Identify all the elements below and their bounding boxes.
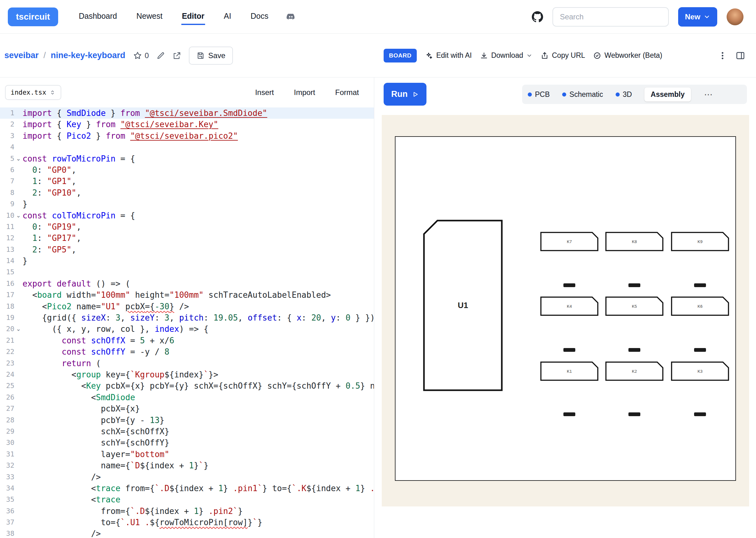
code-line-7[interactable]: 7 1: "GP1", [0,176,374,187]
key-k3[interactable]: K3 [671,361,729,381]
tabs-more-button[interactable]: ⋯ [704,89,713,100]
view-tab-schematic[interactable]: Schematic [562,90,603,99]
diode-d9[interactable] [694,412,706,416]
code-line-15[interactable]: 15 [0,266,374,278]
editor-menu-insert[interactable]: Insert [255,88,274,97]
code-line-2[interactable]: 2import { Key } from "@tsci/seveibar.Key… [0,119,374,130]
key-k7[interactable]: K7 [540,232,599,251]
rename-button[interactable] [156,51,165,60]
code-line-30[interactable]: 30 schY={schOffY} [0,437,374,448]
share-button[interactable] [173,51,181,60]
copy-url-button[interactable]: Copy URL [541,51,585,60]
code-line-27[interactable]: 27 pcbX={x} [0,403,374,414]
code-line-8[interactable]: 8 2: "GP10", [0,187,374,198]
key-k1[interactable]: K1 [540,361,599,381]
diode-d3[interactable] [694,283,706,287]
discord-icon[interactable] [286,12,296,22]
code-line-3[interactable]: 3import { Pico2 } from "@tsci/seveibar.p… [0,130,374,141]
view-tab-3d[interactable]: 3D [615,90,632,99]
search-input[interactable] [552,7,669,27]
code-line-13[interactable]: 13 2: "GP5", [0,244,374,255]
diode-d7[interactable] [563,412,575,416]
view-tab-pcb[interactable]: PCB [528,90,550,99]
fold-arrow-icon[interactable]: ⌄ [14,210,23,221]
code-line-22[interactable]: 22 const schOffY = -y / 8 [0,346,374,357]
star-button[interactable]: 0 [133,51,149,60]
code-line-12[interactable]: 12 1: "GP17", [0,233,374,244]
code-line-19[interactable]: 19 {grid({ sizeX: 3, sizeY: 3, pitch: 19… [0,312,374,323]
code-line-20[interactable]: 20⌄ ({ x, y, row, col }, index) => { [0,323,374,335]
code-line-25[interactable]: 25 <Key pcbX={x} pcbY={y} schX={schOffX}… [0,380,374,392]
fold-arrow-icon[interactable]: ⌄ [14,153,23,164]
file-tab[interactable]: index.tsx [5,85,61,100]
breadcrumb-owner[interactable]: seveibar [4,51,39,60]
diode-d8[interactable] [628,412,640,416]
more-menu-button[interactable] [718,51,727,60]
breadcrumb-project[interactable]: nine-key-keyboard [51,51,125,60]
fold-gutter [14,278,23,289]
editor-menu-format[interactable]: Format [335,88,359,97]
code-line-16[interactable]: 16export default () => ( [0,278,374,289]
chip-u1[interactable]: U1 [423,220,503,391]
code-line-21[interactable]: 21 const schOffX = 5 + x/6 [0,335,374,346]
nav-item-dashboard[interactable]: Dashboard [78,8,118,25]
code-line-17[interactable]: 17 <board width="100mm" height="100mm" s… [0,289,374,300]
code-line-4[interactable]: 4 [0,141,374,153]
run-button[interactable]: Run [383,83,427,106]
key-k8[interactable]: K8 [605,232,664,251]
code-line-23[interactable]: 23 return ( [0,358,374,369]
key-k2[interactable]: K2 [605,361,664,381]
code-line-37[interactable]: 37 to={`.U1 .${rowToMicroPin[row]}`} [0,517,374,528]
nav-item-ai[interactable]: AI [223,8,232,25]
code-line-28[interactable]: 28 pcbY={y - 13} [0,414,374,426]
panel-layout-button[interactable] [735,51,745,61]
code-line-26[interactable]: 26 <SmdDiode [0,392,374,403]
webworker-toggle[interactable]: Webworker (Beta) [593,51,662,60]
code-line-36[interactable]: 36 from={`.D${index + 1} .pin2`} [0,506,374,517]
edit-with-ai-button[interactable]: Edit with AI [425,51,472,60]
code-line-9[interactable]: 9} [0,198,374,210]
fold-gutter [14,414,23,426]
fold-arrow-icon[interactable]: ⌄ [14,323,23,335]
diode-d1[interactable] [563,283,575,287]
editor-menu-import[interactable]: Import [294,88,315,97]
download-button[interactable]: Download [480,51,533,60]
code-line-24[interactable]: 24 <group key={`Kgroup${index}`}> [0,369,374,380]
code-line-1[interactable]: 1import { SmdDiode } from "@tsci/seveiba… [0,107,374,119]
user-avatar[interactable] [727,8,743,25]
board-badge[interactable]: BOARD [383,49,417,63]
code-line-11[interactable]: 11 0: "GP19", [0,221,374,233]
view-tab-assembly[interactable]: Assembly [644,87,691,102]
code-line-32[interactable]: 32 name={`D${index + 1}`} [0,460,374,471]
code-line-33[interactable]: 33 /> [0,471,374,483]
code-line-14[interactable]: 14} [0,255,374,266]
line-number: 15 [0,266,14,278]
code-line-29[interactable]: 29 schX={schOffX} [0,426,374,437]
code-area[interactable]: 1import { SmdDiode } from "@tsci/seveiba… [0,107,374,538]
nav-item-docs[interactable]: Docs [250,8,269,25]
tscircuit-logo[interactable]: tscircuit [8,8,58,26]
play-icon [411,90,419,98]
diode-d4[interactable] [563,348,575,352]
github-icon[interactable] [532,11,543,23]
nav-item-editor[interactable]: Editor [181,8,205,25]
diode-d6[interactable] [694,348,706,352]
code-line-35[interactable]: 35 <trace [0,494,374,505]
code-line-38[interactable]: 38 /> [0,528,374,538]
code-line-6[interactable]: 6 0: "GP0", [0,164,374,176]
code-line-18[interactable]: 18 <Pico2 name="U1" pcbX={-30} /> [0,301,374,312]
diode-d2[interactable] [628,283,640,287]
key-k9[interactable]: K9 [671,232,729,251]
assembly-canvas[interactable]: U1 K7K8K9K4K5K6K1K2K3 [382,115,749,507]
nav-item-newest[interactable]: Newest [136,8,163,25]
code-line-5[interactable]: 5⌄const rowToMicroPin = { [0,153,374,164]
save-button[interactable]: Save [189,47,233,65]
key-k4[interactable]: K4 [540,296,599,316]
new-button[interactable]: New [678,7,717,27]
diode-d5[interactable] [628,348,640,352]
key-k5[interactable]: K5 [605,296,664,316]
code-line-31[interactable]: 31 layer="bottom" [0,449,374,460]
key-k6[interactable]: K6 [671,296,729,316]
code-line-10[interactable]: 10⌄const colToMicroPin = { [0,210,374,221]
code-line-34[interactable]: 34 <trace from={`.D${index + 1} .pin1`} … [0,483,374,494]
